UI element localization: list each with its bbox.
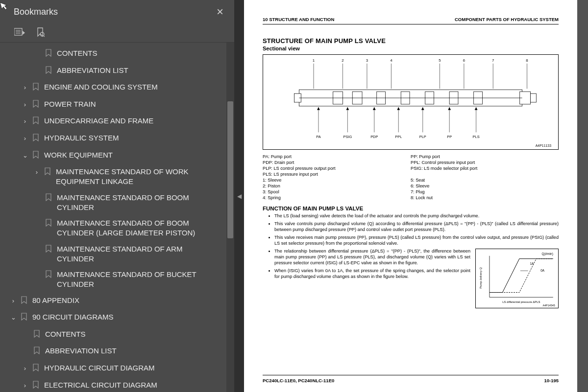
bookmark-label[interactable]: 80 APPENDIX	[29, 296, 230, 305]
svg-text:2: 2	[342, 58, 343, 63]
port-label: 5: Seat	[411, 177, 559, 183]
bookmark-tree[interactable]: CONTENTSABBREVIATION LIST›ENGINE AND COO…	[0, 43, 234, 392]
port-label: PA: Pump port	[263, 154, 411, 160]
header-right: COMPONENT PARTS OF HYDRAULIC SYSTEM	[455, 17, 559, 22]
bookmark-node[interactable]: ›UNDERCARRIAGE AND FRAME	[0, 113, 232, 130]
bookmark-label[interactable]: UNDERCARRIAGE AND FRAME	[41, 116, 230, 126]
bookmark-node[interactable]: ABBREVIATION LIST	[0, 63, 232, 80]
bookmark-node[interactable]: ›ENGINE AND COOLING SYSTEM	[0, 79, 232, 96]
bookmark-node[interactable]: MAINTENANCE STANDARD OF BOOM CYLINDER (L…	[0, 215, 232, 241]
chevron-right-icon[interactable]: ›	[20, 133, 30, 143]
sidebar-header: Bookmarks ×	[0, 0, 234, 22]
bookmark-label[interactable]: 90 CIRCUIT DIAGRAMS	[29, 312, 230, 322]
bookmark-icon	[30, 363, 41, 374]
bookmark-label[interactable]: MAINTENANCE STANDARD OF BUCKET CYLINDER	[54, 270, 230, 290]
port-label: 6: Sleeve	[411, 183, 559, 189]
bookmark-icon	[43, 270, 54, 281]
port-label: PP: Pump port	[411, 154, 559, 160]
find-bookmark-icon[interactable]	[34, 26, 46, 38]
bookmark-icon	[43, 218, 54, 230]
options-icon[interactable]	[14, 26, 25, 38]
svg-text:8: 8	[526, 58, 528, 63]
chevron-right-icon[interactable]: ›	[20, 82, 30, 92]
chevron-right-icon[interactable]: ›	[20, 380, 30, 390]
chevron-down-icon[interactable]: ⌄	[8, 312, 19, 322]
svg-text:Pump delivery Q: Pump delivery Q	[479, 267, 482, 289]
svg-rect-25	[530, 93, 536, 102]
bookmark-node[interactable]: ›ELECTRICAL CIRCUIT DIAGRAM	[0, 377, 232, 392]
bookmark-node[interactable]: MAINTENANCE STANDARD OF BUCKET CYLINDER	[0, 267, 232, 293]
chevron-right-icon[interactable]: ›	[20, 99, 30, 109]
bookmark-node[interactable]: MAINTENANCE STANDARD OF BOOM CYLINDER	[0, 190, 232, 216]
port-label	[411, 171, 559, 177]
bookmark-icon	[43, 244, 54, 255]
footer-rule	[263, 375, 559, 375]
bookmark-icon	[30, 150, 41, 161]
chevron-right-icon[interactable]: ›	[20, 116, 30, 126]
chevron-right-icon[interactable]: ›	[31, 167, 42, 177]
port-label: 8: Lock nut	[411, 195, 559, 201]
tree-scrollbar-track[interactable]	[226, 43, 234, 392]
chevron-right-icon[interactable]: ›	[8, 296, 19, 305]
chevron-right-icon[interactable]: ›	[20, 363, 30, 373]
tree-scrollbar-thumb[interactable]	[227, 101, 233, 238]
bookmark-icon	[43, 48, 54, 60]
svg-text:1: 1	[313, 58, 315, 63]
pdf-page: 10 STRUCTURE AND FUNCTION COMPONENT PART…	[244, 0, 577, 392]
bookmark-node[interactable]: ⌄90 CIRCUIT DIAGRAMS	[0, 309, 232, 326]
bookmark-label[interactable]: MAINTENANCE STANDARD OF ARM CYLINDER	[54, 244, 230, 264]
mini-chart: Q(ℓ/min) 1A 0A Pump delivery Q LS differ…	[475, 249, 559, 308]
svg-text:7: 7	[492, 58, 494, 63]
bookmark-node[interactable]: ›HYDRAULIC CIRCUIT DIAGRAM	[0, 360, 232, 377]
chevron-down-icon[interactable]: ⌄	[20, 150, 30, 160]
sidebar-title: Bookmarks	[14, 7, 58, 17]
section-subtitle: Sectional view	[263, 46, 559, 51]
bookmark-node[interactable]: CONTENTS	[0, 46, 232, 63]
port-label: 4: Spring	[263, 195, 411, 201]
bookmark-node[interactable]: ›POWER TRAIN	[0, 96, 232, 114]
port-label: PSIG: LS mode selector pilot port	[411, 165, 559, 171]
bookmark-node[interactable]: ›HYDRAULIC SYSTEM	[0, 130, 232, 147]
bookmark-node[interactable]: CONTENTS	[0, 326, 232, 344]
port-label: PPL: Control pressure input port	[411, 160, 559, 165]
diagram-code: A4P11133	[536, 144, 551, 147]
sidebar-collapse-handle[interactable]: ◀	[234, 0, 244, 392]
port-label: PDP: Drain port	[263, 160, 411, 165]
bookmark-label[interactable]: MAINTENANCE STANDARD OF BOOM CYLINDER	[54, 193, 230, 213]
svg-text:PP: PP	[447, 135, 452, 139]
bookmark-label[interactable]: HYDRAULIC CIRCUIT DIAGRAM	[41, 363, 230, 373]
footer-left: PC240LC-11E0, PC240NLC-11E0	[263, 378, 334, 383]
svg-text:6: 6	[463, 58, 466, 63]
svg-text:PA: PA	[316, 135, 320, 139]
bookmark-label[interactable]: ABBREVIATION LIST	[42, 346, 230, 356]
bookmark-node[interactable]: MAINTENANCE STANDARD OF ARM CYLINDER	[0, 241, 232, 267]
bookmark-label[interactable]: MAINTENANCE STANDARD OF BOOM CYLINDER (L…	[54, 218, 230, 238]
bookmark-node[interactable]: ›MAINTENANCE STANDARD OF WORK EQUIPMENT …	[0, 164, 232, 190]
bookmark-label[interactable]: POWER TRAIN	[41, 99, 230, 109]
bookmark-label[interactable]: ENGINE AND COOLING SYSTEM	[41, 82, 230, 92]
bookmark-label[interactable]: CONTENTS	[54, 48, 230, 58]
bookmark-label[interactable]: CONTENTS	[42, 329, 230, 339]
bookmark-icon	[31, 329, 42, 341]
svg-text:PSIG: PSIG	[343, 135, 352, 139]
svg-text:5: 5	[439, 58, 441, 63]
function-bullet: This valve controls pump discharged volu…	[274, 221, 559, 233]
footer-right: 10-195	[544, 378, 559, 383]
bookmark-label[interactable]: ABBREVIATION LIST	[54, 66, 230, 75]
bookmark-label[interactable]: HYDRAULIC SYSTEM	[41, 133, 230, 143]
svg-line-5	[44, 36, 45, 37]
function-bullet: The relationship between differential pr…	[274, 249, 470, 266]
bookmark-node[interactable]: ⌄WORK EQUIPMENT	[0, 147, 232, 164]
svg-text:Q(ℓ/min): Q(ℓ/min)	[541, 252, 553, 256]
bookmark-node[interactable]: ›80 APPENDIX	[0, 293, 232, 310]
page-header: 10 STRUCTURE AND FUNCTION COMPONENT PART…	[263, 17, 559, 24]
bookmark-label[interactable]: ELECTRICAL CIRCUIT DIAGRAM	[41, 380, 230, 390]
bookmark-label[interactable]: WORK EQUIPMENT	[41, 150, 230, 160]
svg-text:1A: 1A	[530, 262, 535, 265]
page-viewer[interactable]: 10 STRUCTURE AND FUNCTION COMPONENT PART…	[244, 0, 588, 392]
bookmark-label[interactable]: MAINTENANCE STANDARD OF WORK EQUIPMENT L…	[53, 167, 230, 187]
bookmark-icon	[30, 82, 41, 93]
close-icon[interactable]: ×	[217, 5, 226, 19]
sidebar-tools	[0, 22, 234, 43]
bookmark-node[interactable]: ABBREVIATION LIST	[0, 343, 232, 360]
